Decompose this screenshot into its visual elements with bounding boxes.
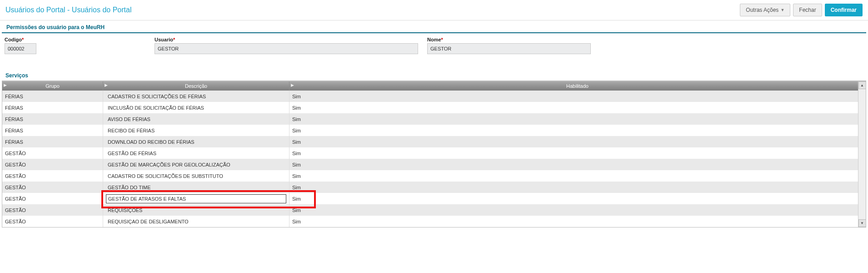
cell-descricao: GESTÃO DE FÉRIAS xyxy=(103,147,289,159)
scroll-up-arrow-icon[interactable]: ▲ xyxy=(858,81,866,89)
form-group-usuario: Usuario* xyxy=(155,37,418,54)
header-grupo[interactable]: ▶ Grupo xyxy=(2,81,103,91)
cell-descricao: AVISO DE FÉRIAS xyxy=(103,113,289,125)
topbar: Usuários do Portal - Usuários do Portal … xyxy=(0,0,868,20)
cell-descricao: GESTÃO DE ATRASOS E FALTAS xyxy=(103,193,289,204)
usuario-field[interactable] xyxy=(155,43,418,54)
cell-habilitado: Sim xyxy=(289,113,866,125)
table-row[interactable]: GESTÃOREQUISIÇÕESSim xyxy=(2,204,866,216)
cell-grupo: FÉRIAS xyxy=(2,102,103,113)
table-row[interactable]: GESTÃOGESTÃO DE MARCAÇÕES POR GEOLOCALIZ… xyxy=(2,159,866,170)
cell-descricao: REQUISIÇAO DE DESLIGAMENTO xyxy=(103,216,289,227)
cell-habilitado: Sim xyxy=(289,182,866,193)
cell-habilitado: Sim xyxy=(289,125,866,136)
cell-habilitado: Sim xyxy=(289,170,866,182)
cell-grupo: GESTÃO xyxy=(2,182,103,193)
header-descricao-label: Descrição xyxy=(185,83,207,89)
cell-descricao: GESTÃO DE MARCAÇÕES POR GEOLOCALIZAÇÃO xyxy=(103,159,289,170)
table-row[interactable]: GESTÃOGESTÃO DO TIMESim xyxy=(2,182,866,193)
sort-arrow-icon: ▶ xyxy=(291,83,294,87)
table-row[interactable]: GESTÃOGESTÃO DE ATRASOS E FALTASSim xyxy=(2,193,866,204)
other-actions-button[interactable]: Outras Ações ▼ xyxy=(740,4,790,16)
services-grid: ▶ Grupo ▶ Descrição ▶ Habilitado FÉRIASC… xyxy=(2,81,866,228)
header-grupo-label: Grupo xyxy=(45,83,60,89)
cell-habilitado: Sim xyxy=(289,147,866,159)
form-group-codigo: Codigo* xyxy=(5,37,36,54)
cell-descricao: CADASTRO E SOLICITAÇÕES DE FÉRIAS xyxy=(103,91,289,102)
table-row[interactable]: FÉRIASCADASTRO E SOLICITAÇÕES DE FÉRIASS… xyxy=(2,91,866,102)
cell-descricao: REQUISIÇÕES xyxy=(103,204,289,216)
cell-habilitado: Sim xyxy=(289,159,866,170)
cell-habilitado: Sim xyxy=(289,136,866,147)
cell-grupo: GESTÃO xyxy=(2,216,103,227)
grid-header: ▶ Grupo ▶ Descrição ▶ Habilitado xyxy=(2,81,866,91)
breadcrumb: Usuários do Portal - Usuários do Portal xyxy=(5,6,131,14)
table-row[interactable]: FÉRIASINCLUSÃO DE SOLICITAÇÃO DE FÉRIASS… xyxy=(2,102,866,113)
other-actions-label: Outras Ações xyxy=(746,7,778,13)
cell-habilitado: Sim xyxy=(289,91,866,102)
vertical-scrollbar[interactable]: ▲ ▼ xyxy=(858,81,866,227)
cell-grupo: GESTÃO xyxy=(2,204,103,216)
header-habilitado-label: Habilitado xyxy=(566,83,589,89)
grid-body: FÉRIASCADASTRO E SOLICITAÇÕES DE FÉRIASS… xyxy=(2,91,866,227)
nome-label: Nome* xyxy=(427,37,591,42)
cell-grupo: FÉRIAS xyxy=(2,125,103,136)
cell-descricao: DOWNLOAD DO RECIBO DE FÉRIAS xyxy=(103,136,289,147)
header-descricao[interactable]: ▶ Descrição xyxy=(103,81,289,91)
cell-descricao: CADASTRO DE SOLICITAÇÕES DE SUBSTITUTO xyxy=(103,170,289,182)
usuario-label: Usuario* xyxy=(155,37,418,42)
cell-grupo: GESTÃO xyxy=(2,193,103,204)
confirm-button[interactable]: Confirmar xyxy=(825,4,863,16)
form-row: Codigo* Usuario* Nome* xyxy=(0,33,868,57)
table-row[interactable]: FÉRIASAVISO DE FÉRIASSim xyxy=(2,113,866,125)
cell-habilitado: Sim xyxy=(289,102,866,113)
cell-descricao: INCLUSÃO DE SOLICITAÇÃO DE FÉRIAS xyxy=(103,102,289,113)
close-button[interactable]: Fechar xyxy=(793,4,822,16)
table-row[interactable]: FÉRIASDOWNLOAD DO RECIBO DE FÉRIASSim xyxy=(2,136,866,147)
cell-grupo: FÉRIAS xyxy=(2,113,103,125)
header-habilitado[interactable]: ▶ Habilitado xyxy=(289,81,866,91)
scroll-down-arrow-icon[interactable]: ▼ xyxy=(858,219,866,227)
topbar-actions: Outras Ações ▼ Fechar Confirmar xyxy=(740,4,863,16)
sort-arrow-icon: ▶ xyxy=(4,83,7,87)
codigo-label: Codigo* xyxy=(5,37,36,42)
table-row[interactable]: FÉRIASRECIBO DE FÉRIASSim xyxy=(2,125,866,136)
cell-grupo: FÉRIAS xyxy=(2,91,103,102)
nome-field[interactable] xyxy=(427,43,591,54)
cell-grupo: FÉRIAS xyxy=(2,136,103,147)
cell-grupo: GESTÃO xyxy=(2,170,103,182)
cell-grupo: GESTÃO xyxy=(2,147,103,159)
cell-habilitado: Sim xyxy=(289,193,866,204)
cell-descricao: GESTÃO DO TIME xyxy=(103,182,289,193)
cell-habilitado: Sim xyxy=(289,216,866,227)
cell-grupo: GESTÃO xyxy=(2,159,103,170)
chevron-down-icon: ▼ xyxy=(780,8,784,12)
table-row[interactable]: GESTÃOREQUISIÇAO DE DESLIGAMENTOSim xyxy=(2,216,866,227)
codigo-field[interactable] xyxy=(5,43,36,54)
section-services-title: Serviços xyxy=(2,71,866,81)
section-permissions-title: Permissões do usuário para o MeuRH xyxy=(2,20,866,33)
cell-habilitado: Sim xyxy=(289,204,866,216)
sort-arrow-icon: ▶ xyxy=(105,83,108,87)
table-row[interactable]: GESTÃOCADASTRO DE SOLICITAÇÕES DE SUBSTI… xyxy=(2,170,866,182)
table-row[interactable]: GESTÃOGESTÃO DE FÉRIASSim xyxy=(2,147,866,159)
cell-descricao: RECIBO DE FÉRIAS xyxy=(103,125,289,136)
form-group-nome: Nome* xyxy=(427,37,591,54)
